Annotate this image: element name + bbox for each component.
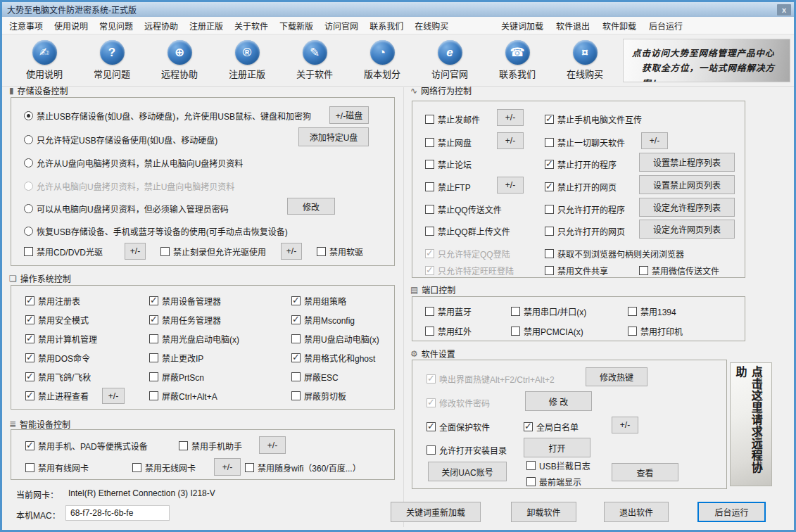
checkbox-forbid-ftp[interactable]: 禁止FTP (425, 180, 471, 193)
os-checkbox-12[interactable]: 禁用飞鸽/飞秋 (25, 371, 149, 383)
os-checkbox-6[interactable]: 禁用计算机管理 (25, 333, 149, 345)
radio-icon[interactable] (24, 227, 33, 236)
checkbox-forbid-all-chat[interactable]: 禁止一切聊天软件 (545, 136, 625, 148)
checkbox-disable-infrared[interactable]: 禁用红外 (425, 324, 472, 337)
checkbox-allow-only-webpages[interactable]: 只允许打开的网页 (545, 224, 625, 237)
os-checkbox-17[interactable]: 屏蔽剪切板 (291, 390, 379, 402)
radio-block-usb-storage[interactable]: 禁止USB存储设备(如U盘、移动硬盘)，允许使用USB鼠标、键盘和加密狗 (24, 109, 311, 122)
os-checkbox-7[interactable]: 禁用光盘启动电脑(x) (149, 333, 291, 345)
toolbar-item-contact[interactable]: ☎ 联系我们 (484, 34, 551, 86)
btn-email-adjust[interactable]: +/- (497, 109, 524, 126)
btn-view-usb-log[interactable]: 查看 (612, 463, 678, 481)
radio-icon[interactable] (24, 204, 33, 213)
os-checkbox-14[interactable]: 屏蔽ESC (291, 371, 379, 383)
os-checkbox-10[interactable]: 禁止更改IP (149, 352, 291, 364)
os-checkbox-1[interactable]: 禁用设备管理器 (149, 295, 291, 307)
btn-reload-keywords[interactable]: 关键词重新加载 (391, 502, 481, 522)
btn-exit[interactable]: 退出软件 (604, 502, 669, 522)
menu-item-10[interactable]: 在线购买 (409, 17, 454, 34)
checkbox-disable-file-share[interactable]: 禁用文件共享 (545, 264, 608, 277)
checkbox-disable-pcmcia[interactable]: 禁用PCMCIA(x) (511, 324, 583, 337)
menu-item-4[interactable]: 远程协助 (139, 17, 184, 34)
radio-copy-with-password[interactable]: 可以从电脑向U盘拷贝资料，但必须输入管理员密码 (24, 202, 229, 215)
os-checkbox-4[interactable]: 禁用任务管理器 (149, 314, 291, 326)
checkbox-disable-serial-parallel[interactable]: 禁用串口/并口(x) (511, 305, 586, 317)
menu-item-run-background[interactable]: 后台运行 (643, 17, 689, 34)
toolbar-item-remote-assist[interactable]: ⊕ 远程协助 (146, 34, 213, 86)
promo-banner[interactable]: 点击访问大势至网络管理产品中心 获取全方位，一站式网络解决方案！ (623, 39, 790, 82)
btn-assistant-adjust[interactable]: +/- (259, 436, 286, 454)
os-checkbox-0[interactable]: 禁用注册表 (25, 295, 149, 307)
checkbox-close-browser-no-handle[interactable]: 获取不到浏览器句柄则关闭浏览器 (545, 247, 684, 260)
checkbox-protect-software[interactable]: 全面保护软件 (427, 420, 490, 433)
checkbox-disable-phone-assistant[interactable]: 禁用手机助手 (179, 439, 242, 452)
toolbar-item-faq[interactable]: ? 常见问题 (78, 34, 146, 86)
radio-icon[interactable] (24, 111, 33, 120)
btn-wireless-adjust[interactable]: +/- (214, 458, 241, 476)
checkbox-disable-1394[interactable]: 禁用1394 (628, 305, 676, 317)
radio-usb-to-pc-only[interactable]: 允许从U盘向电脑拷贝资料，禁止从电脑向U盘拷贝资料 (24, 156, 243, 169)
checkbox-forbid-wechat-file[interactable]: 禁用微信传送文件 (639, 264, 719, 277)
toolbar-item-register[interactable]: ® 注册正版 (213, 34, 281, 86)
remote-assist-banner[interactable]: 点击这里请求远程协助 （告知我们ID和密码，协助时请勿乱动） (730, 362, 772, 486)
menu-item-6[interactable]: 关于软件 (229, 17, 274, 34)
btn-modify-admin-password[interactable]: 修改 (287, 198, 335, 215)
btn-set-allowed-pages[interactable]: 设定允许网页列表 (639, 220, 735, 239)
radio-icon[interactable] (24, 135, 33, 144)
btn-process-adjust[interactable]: +/- (102, 388, 125, 404)
close-button[interactable]: x (777, 4, 791, 15)
checkbox-forbid-programs[interactable]: 禁止打开的程序 (545, 158, 617, 170)
btn-run-background[interactable]: 后台运行 (697, 502, 766, 522)
checkbox-disable-burning[interactable] (160, 247, 170, 256)
checkbox-disable-bluetooth[interactable]: 禁用蓝牙 (425, 305, 472, 317)
radio-allow-specific-usb[interactable]: 只允许特定USB存储设备使用(如U盘、移动硬盘) (24, 133, 217, 146)
os-checkbox-13[interactable]: 屏蔽PrtScn (149, 371, 291, 383)
btn-set-forbidden-pages[interactable]: 设置禁止网页列表 (639, 175, 735, 194)
btn-add-specific-usb[interactable]: 添加特定U盘 (298, 127, 369, 146)
menu-item-7[interactable]: 下载新版 (274, 17, 319, 34)
checkbox-disable-wireless-nic[interactable]: 禁用无线网卡 (132, 461, 196, 474)
os-checkbox-5[interactable]: 禁用Msconfig (291, 314, 379, 326)
os-checkbox-11[interactable]: 禁用格式化和ghost (291, 352, 379, 364)
btn-modify-software-password[interactable]: 修 改 (525, 391, 592, 411)
toolbar-item-buy[interactable]: ¤ 在线购买 (551, 34, 619, 86)
menu-item-1[interactable]: 注意事项 (4, 17, 49, 34)
btn-burn-adjust[interactable]: +/- (281, 243, 302, 260)
toolbar-item-versions[interactable]: ◔ 版本划分 (348, 34, 416, 86)
btn-whitelist-adjust[interactable]: +/- (612, 417, 638, 433)
checkbox-forbid-email[interactable]: 禁止发邮件 (425, 113, 480, 125)
os-checkbox-15[interactable]: 禁止进程查看 +/- (25, 388, 149, 404)
checkbox-allow-only-programs[interactable]: 只允许打开的程序 (545, 203, 625, 215)
btn-ftp-adjust[interactable]: +/- (497, 177, 524, 194)
menu-item-8[interactable]: 访问官网 (319, 17, 364, 34)
btn-chat-adjust[interactable]: +/- (641, 132, 668, 149)
checkbox-disable-floppy[interactable] (317, 247, 326, 256)
menu-item-reload-keywords[interactable]: 关键词加载 (495, 17, 550, 34)
checkbox-disable-printer[interactable]: 禁用打印机 (628, 324, 683, 337)
toolbar-item-about[interactable]: ✎ 关于软件 (281, 34, 348, 86)
btn-open-install-dir[interactable]: 打开 (524, 438, 590, 457)
checkbox-forbid-webpages[interactable]: 禁止打开的网页 (545, 180, 617, 193)
btn-set-forbidden-programs[interactable]: 设置禁止程序列表 (639, 153, 735, 172)
menu-item-2[interactable]: 使用说明 (49, 17, 94, 34)
os-checkbox-2[interactable]: 禁用组策略 (291, 295, 379, 307)
btn-netdisk-adjust[interactable]: +/- (497, 132, 524, 149)
menu-item-uninstall-software[interactable]: 软件卸载 (596, 17, 643, 34)
checkbox-disable-portable-wifi[interactable]: 禁用随身wifi（360/百度...） (245, 461, 361, 474)
checkbox-open-install-dir[interactable]: 允许打开安装目录 (427, 443, 507, 456)
toolbar-item-website[interactable]: e 访问官网 (416, 34, 484, 86)
os-checkbox-16[interactable]: 屏蔽Ctrl+Alt+A (149, 390, 291, 402)
menu-item-3[interactable]: 常见问题 (94, 17, 139, 34)
checkbox-global-whitelist[interactable]: 全局白名单 (524, 420, 579, 433)
btn-uninstall[interactable]: 卸载软件 (511, 502, 576, 522)
os-checkbox-8[interactable]: 禁用U盘启动电脑(x) (291, 333, 379, 345)
checkbox-forbid-forum[interactable]: 禁止论坛 (425, 158, 472, 170)
checkbox-forbid-qq-file[interactable]: 禁止QQ传送文件 (425, 203, 502, 215)
checkbox-forbid-qq-group-upload[interactable]: 禁止QQ群上传文件 (425, 224, 510, 237)
btn-set-allowed-programs[interactable]: 设定允许程序列表 (639, 198, 735, 217)
btn-modify-hotkey[interactable]: 修改热键 (586, 367, 647, 386)
checkbox-disable-phone-pad[interactable]: 禁用手机、PAD等便携式设备 (25, 439, 148, 452)
mac-input[interactable]: 68-f7-28-fc-6b-fe (65, 505, 170, 521)
radio-restore-devices[interactable]: 恢复USB存储设备、手机或蓝牙等设备的使用(可手动点击恢复设备) (24, 224, 288, 237)
checkbox-always-on-top[interactable]: 最前端显示 (526, 475, 581, 488)
